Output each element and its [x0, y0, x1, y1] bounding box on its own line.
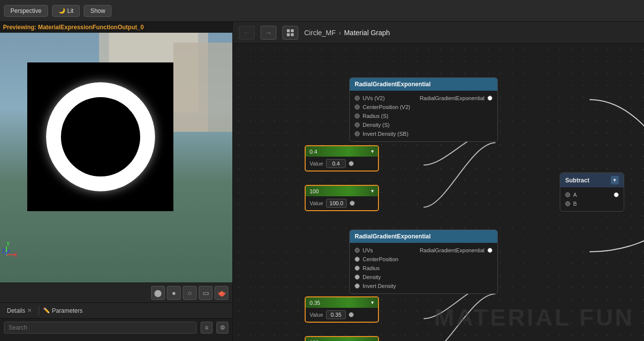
pin-b-label: B [573, 201, 577, 207]
search-input[interactable] [4, 322, 197, 334]
pin-invert-row: Invert Density (SB) [350, 129, 497, 138]
sphere-shape-btn[interactable]: ● [167, 286, 181, 300]
pin-radius-2-label: Radius [363, 265, 379, 271]
scalar-035-label: Value [310, 312, 323, 318]
scalar-04-value-label: 0.4 [310, 149, 317, 155]
preview-label: Previewing: MaterialExpressionFunctionOu… [0, 22, 232, 33]
subtract-node[interactable]: Subtract ▾ A [560, 172, 624, 212]
ring-shape-btn[interactable]: ○ [183, 286, 197, 300]
cylinder-shape-btn[interactable]: ⬤ [151, 286, 165, 300]
pin-center-row: CenterPosition (V2) [350, 103, 497, 112]
scalar-035-header: 0.35 ▾ [306, 297, 378, 308]
pin-uvs-label: UVs (V2) [363, 95, 385, 101]
pin-radius-label: Radius (S) [363, 113, 388, 119]
chevron-down-icon-3: ▾ [371, 299, 374, 306]
scalar-100-top-output-pin[interactable] [350, 201, 355, 206]
axis-label-y: Y [6, 241, 10, 247]
pin-a-output[interactable] [614, 192, 619, 197]
pin-invert-2-input[interactable] [355, 284, 360, 288]
svg-rect-3 [291, 33, 294, 36]
pin-radius-2-input[interactable] [355, 266, 360, 271]
scalar-035-value-label: 0.35 [310, 300, 320, 306]
pin-output-2-dot[interactable] [487, 248, 492, 253]
scalar-100-bottom-node[interactable]: 100 ▾ Value 100.0 [305, 336, 379, 341]
pin-output-label: RadialGradientExponential [420, 95, 484, 101]
subtract-title: Subtract [565, 177, 590, 184]
scalar-04-output-pin[interactable] [349, 161, 354, 166]
pin-b-row: B [560, 199, 624, 208]
pin-uvs-2-input[interactable] [355, 248, 360, 253]
pin-output-2-label: RadialGradientExponential [420, 247, 484, 253]
lit-button[interactable]: 🌙 Lit [52, 5, 80, 17]
pencil-icon: ✏️ [43, 307, 50, 314]
plane-shape-btn[interactable]: ▭ [199, 286, 213, 300]
chevron-down-icon: ▾ [371, 148, 374, 155]
pin-invert-input[interactable] [355, 131, 360, 136]
viewport-area[interactable]: X Y Z [0, 33, 232, 283]
scalar-04-input[interactable]: 0.4 [326, 159, 346, 168]
pin-b-input[interactable] [565, 201, 570, 206]
pin-invert-row-2: Invert Density [350, 282, 497, 290]
pin-center-2-input[interactable] [355, 257, 360, 262]
pin-density-row: Density (S) [350, 120, 497, 129]
perspective-button[interactable]: Perspective [4, 5, 48, 17]
svg-rect-2 [287, 33, 290, 36]
material-preview-square [27, 62, 173, 211]
pin-center-input[interactable] [355, 105, 360, 110]
radial-gradient-node-2-body: UVs RadialGradientExponential CenterPosi… [350, 243, 497, 293]
pin-center-2-label: CenterPosition [363, 256, 398, 262]
scalar-035-output-pin[interactable] [349, 312, 354, 317]
forward-button[interactable]: → [261, 26, 276, 40]
show-button[interactable]: Show [84, 5, 111, 17]
scalar-100-top-input[interactable]: 100.0 [326, 199, 347, 208]
back-button[interactable]: ← [239, 26, 255, 40]
moon-icon: 🌙 [58, 7, 65, 14]
scalar-035-input[interactable]: 0.35 [326, 310, 346, 319]
breadcrumb-root[interactable]: Circle_MF [304, 29, 336, 37]
axis-label-x: X [14, 252, 17, 258]
radial-gradient-1-title: RadialGradientExponential [355, 81, 430, 88]
breadcrumb-separator: › [339, 29, 341, 37]
scalar-100-top-node[interactable]: 100 ▾ Value 100.0 [305, 185, 379, 211]
settings-icon[interactable]: ⚙ [216, 322, 228, 334]
svg-rect-1 [291, 29, 294, 32]
radial-gradient-node-2-header: RadialGradientExponential [350, 230, 497, 243]
pin-radius-row: Radius (S) [350, 112, 497, 120]
teapot-shape-btn[interactable]: 🫖 [215, 286, 228, 300]
details-tab[interactable]: Details ✕ [4, 305, 35, 316]
pin-output-dot[interactable] [487, 96, 492, 101]
parameters-tab[interactable]: ✏️ Parameters [43, 307, 83, 314]
pin-uvs-row-2: UVs RadialGradientExponential [350, 246, 497, 255]
radial-gradient-node-1-header: RadialGradientExponential [350, 78, 497, 91]
pin-center-row-2: CenterPosition [350, 255, 497, 264]
scalar-100-top-label: Value [310, 200, 323, 206]
pin-density-2-input[interactable] [355, 275, 360, 280]
details-tabs: Details ✕ ✏️ Parameters [0, 303, 232, 319]
scalar-04-node[interactable]: 0.4 ▾ Value 0.4 [305, 145, 379, 171]
pin-density-input[interactable] [355, 122, 360, 127]
scalar-035-node[interactable]: 0.35 ▾ Value 0.35 [305, 296, 379, 323]
pin-invert-2-label: Invert Density [363, 283, 396, 289]
circle-ring-preview [46, 82, 155, 191]
pin-radius-input[interactable] [355, 114, 360, 118]
right-panel: ← → Circle_MF › Material Graph [233, 22, 644, 341]
breadcrumb: Circle_MF › Material Graph [304, 29, 390, 37]
chevron-down-icon-4: ▾ [371, 339, 374, 341]
subtract-expand-btn[interactable]: ▾ [611, 176, 619, 184]
graph-canvas[interactable]: RadialGradientExponential UVs (V2) Radia… [233, 44, 644, 341]
radial-gradient-node-1[interactable]: RadialGradientExponential UVs (V2) Radia… [349, 77, 498, 142]
pin-a-input[interactable] [565, 192, 570, 197]
scalar-04-label: Value [310, 161, 323, 167]
close-icon[interactable]: ✕ [27, 307, 32, 314]
axis-label-z: Z [2, 248, 5, 254]
pin-uvs-input[interactable] [355, 96, 360, 101]
radial-gradient-node-2[interactable]: RadialGradientExponential UVs RadialGrad… [349, 229, 498, 294]
graph-watermark: MATERIAL FUN [434, 304, 634, 331]
building-shape2 [173, 43, 232, 132]
grid-layout-icon[interactable] [282, 26, 298, 40]
radial-gradient-node-1-body: UVs (V2) RadialGradientExponential Cente… [350, 91, 497, 141]
list-view-button[interactable]: ≡ [201, 322, 213, 334]
radial-gradient-2-title: RadialGradientExponential [355, 233, 430, 240]
pin-uvs-2-label: UVs [363, 247, 373, 253]
pin-uvs-row: UVs (V2) RadialGradientExponential [350, 94, 497, 103]
